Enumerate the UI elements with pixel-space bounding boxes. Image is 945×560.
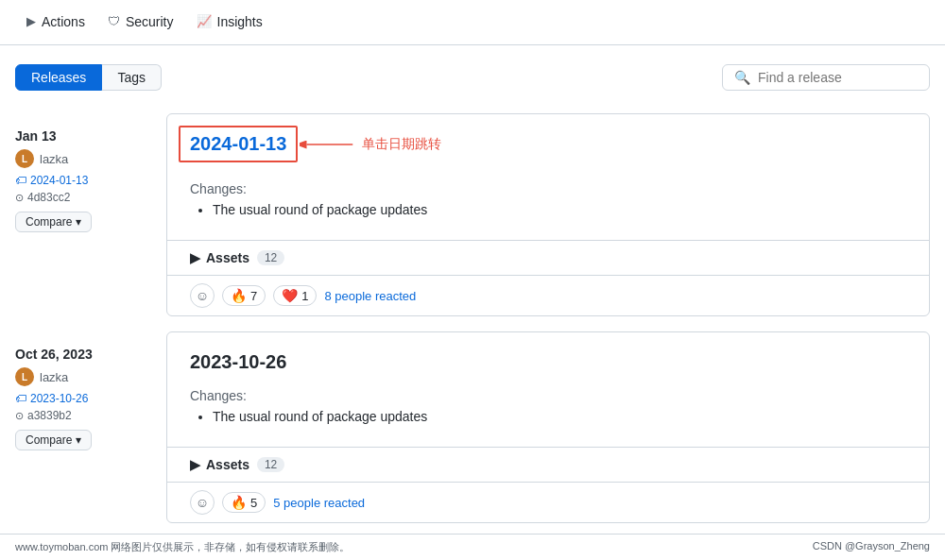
- reaction-emoji: ❤️: [282, 288, 298, 303]
- release-author: L lazka: [15, 149, 151, 168]
- search-box[interactable]: 🔍: [722, 64, 930, 91]
- annotated-title: 2024-01-13: [190, 133, 286, 155]
- release-sidebar: Oct 26, 2023 L lazka 🏷 2023-10-26 ⊙ a383…: [15, 331, 166, 523]
- release-row: Oct 26, 2023 L lazka 🏷 2023-10-26 ⊙ a383…: [15, 331, 930, 523]
- footer-right: CSDN @Grayson_Zheng: [813, 540, 930, 554]
- nav-actions[interactable]: ▶ Actions: [15, 0, 96, 45]
- author-name: lazka: [40, 152, 68, 166]
- add-reaction-button[interactable]: ☺: [190, 490, 215, 515]
- tag-icon: 🏷: [15, 392, 26, 405]
- tag-link[interactable]: 2024-01-13: [30, 174, 88, 187]
- author-name: lazka: [40, 370, 68, 384]
- compare-button[interactable]: Compare ▾: [15, 212, 92, 232]
- actions-icon: ▶: [26, 14, 36, 28]
- insights-icon: 📈: [197, 14, 212, 28]
- release-card-body: 2023-10-26 Changes: The usual round of p…: [167, 332, 929, 447]
- release-commit: ⊙ 4d83cc2: [15, 191, 151, 204]
- commit-icon: ⊙: [15, 192, 24, 204]
- nav-insights[interactable]: 📈 Insights: [185, 0, 274, 45]
- release-row: Jan 13 L lazka 🏷 2024-01-13 ⊙ 4d83cc2 Co…: [15, 113, 930, 316]
- release-sidebar: Jan 13 L lazka 🏷 2024-01-13 ⊙ 4d83cc2 Co…: [15, 113, 166, 316]
- release-date: Oct 26, 2023: [15, 347, 151, 362]
- main-content: Releases Tags 🔍 Jan 13 L lazka 🏷 2024-01…: [0, 45, 945, 557]
- reaction-emoji: 🔥: [231, 288, 247, 303]
- nav-security-label: Security: [126, 14, 174, 29]
- change-item: The usual round of package updates: [213, 409, 906, 424]
- avatar: L: [15, 367, 34, 386]
- triangle-icon: ▶: [190, 250, 200, 265]
- release-tag: 🏷 2024-01-13: [15, 174, 151, 187]
- assets-toggle[interactable]: ▶ Assets: [190, 250, 249, 265]
- change-item: The usual round of package updates: [213, 202, 906, 217]
- top-nav: ▶ Actions 🛡 Security 📈 Insights: [0, 0, 945, 45]
- reaction-count: 7: [250, 289, 257, 303]
- chevron-down-icon: ▾: [76, 215, 81, 229]
- nav-actions-label: Actions: [42, 14, 85, 29]
- nav-insights-label: Insights: [217, 14, 263, 29]
- assets-toggle[interactable]: ▶ Assets: [190, 457, 249, 472]
- add-reaction-button[interactable]: ☺: [190, 283, 215, 308]
- reactions-text[interactable]: 5 people reacted: [273, 496, 365, 510]
- release-title: 2023-10-26: [190, 351, 906, 373]
- release-title-link[interactable]: 2024-01-13: [190, 133, 286, 154]
- reaction-badge[interactable]: 🔥 7: [222, 285, 266, 306]
- release-card: 2023-10-26 Changes: The usual round of p…: [166, 331, 930, 523]
- reaction-emoji: 🔥: [231, 495, 247, 510]
- avatar: L: [15, 149, 34, 168]
- arrow-annotation: 单击日期跳转: [300, 133, 441, 156]
- assets-label: Assets: [206, 457, 249, 472]
- release-reactions: ☺ 🔥 7 ❤️ 1 8 people reacted: [167, 275, 929, 315]
- search-icon: 🔍: [734, 70, 750, 85]
- assets-label: Assets: [206, 250, 249, 265]
- release-assets: ▶ Assets 12: [167, 447, 929, 482]
- changes-label: Changes:: [190, 181, 906, 196]
- annotation-text: 单击日期跳转: [362, 136, 441, 153]
- triangle-icon: ▶: [190, 457, 200, 472]
- tab-group: Releases Tags: [15, 64, 162, 91]
- reaction-count: 1: [301, 289, 308, 303]
- search-input[interactable]: [758, 70, 918, 85]
- security-icon: 🛡: [108, 14, 120, 28]
- commit-link[interactable]: 4d83cc2: [27, 191, 70, 204]
- assets-count: 12: [257, 457, 284, 472]
- release-reactions: ☺ 🔥 5 5 people reacted: [167, 482, 929, 522]
- release-commit: ⊙ a3839b2: [15, 409, 151, 422]
- assets-count: 12: [257, 250, 284, 265]
- tab-bar: Releases Tags 🔍: [15, 64, 930, 91]
- release-date: Jan 13: [15, 128, 151, 144]
- footer-left: www.toymoban.com 网络图片仅供展示，非存储，如有侵权请联系删除。: [15, 540, 350, 554]
- reactions-text[interactable]: 8 people reacted: [324, 289, 416, 303]
- tab-releases[interactable]: Releases: [15, 64, 102, 91]
- page-footer: www.toymoban.com 网络图片仅供展示，非存储，如有侵权请联系删除。…: [0, 534, 945, 557]
- reaction-badge[interactable]: 🔥 5: [222, 492, 266, 513]
- commit-link[interactable]: a3839b2: [27, 409, 72, 422]
- changes-list: The usual round of package updates: [190, 409, 906, 424]
- release-card: 2024-01-13 单击日期跳转: [166, 113, 930, 316]
- releases-list: Jan 13 L lazka 🏷 2024-01-13 ⊙ 4d83cc2 Co…: [15, 113, 930, 538]
- release-card-body: 2024-01-13 单击日期跳转: [167, 114, 929, 240]
- release-tag: 🏷 2023-10-26: [15, 392, 151, 405]
- changes-label: Changes:: [190, 388, 906, 403]
- changes-list: The usual round of package updates: [190, 202, 906, 217]
- commit-icon: ⊙: [15, 410, 24, 422]
- tab-tags[interactable]: Tags: [102, 64, 162, 91]
- compare-button[interactable]: Compare ▾: [15, 430, 92, 450]
- tag-icon: 🏷: [15, 174, 26, 187]
- release-author: L lazka: [15, 367, 151, 386]
- chevron-down-icon: ▾: [76, 433, 81, 447]
- nav-items: ▶ Actions 🛡 Security 📈 Insights: [15, 0, 274, 45]
- arrow-icon: [300, 133, 356, 156]
- reaction-badge[interactable]: ❤️ 1: [273, 285, 317, 306]
- tag-link[interactable]: 2023-10-26: [30, 392, 88, 405]
- reaction-count: 5: [250, 496, 257, 510]
- release-assets: ▶ Assets 12: [167, 240, 929, 275]
- nav-security[interactable]: 🛡 Security: [96, 0, 185, 45]
